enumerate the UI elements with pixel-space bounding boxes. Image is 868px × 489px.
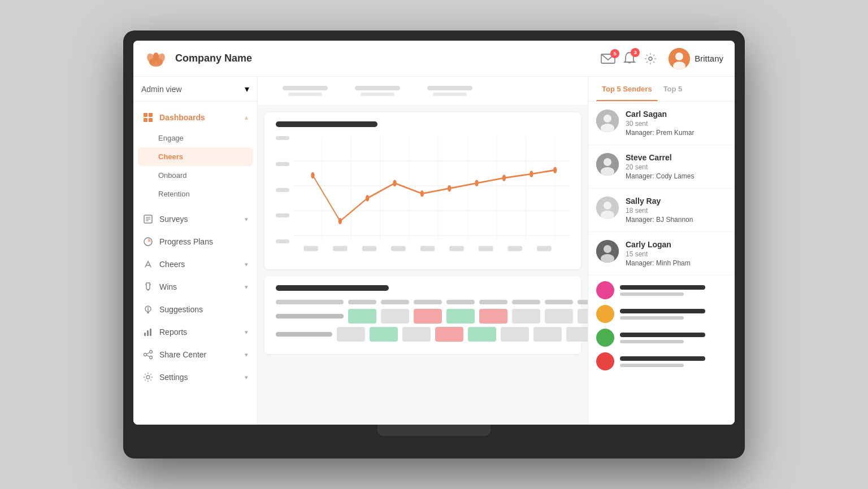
row1-cell-2 (381, 309, 409, 324)
manager-name-4: Minh Pham (656, 259, 691, 267)
partial-line-bottom-1 (620, 292, 684, 296)
tab-top5[interactable]: Top 5 (658, 77, 688, 101)
dashboards-submenu: Engage Cheers Onboard Retention (133, 129, 257, 203)
wins-label: Wins (159, 282, 177, 291)
line-chart-svg (293, 136, 570, 260)
svg-point-69 (604, 115, 611, 123)
manager-label-3: Manager: (626, 216, 654, 224)
y-label-3 (276, 188, 289, 192)
settings-chevron-icon: ▾ (245, 374, 248, 381)
row2-cell-8 (566, 327, 588, 342)
bell-icon-button[interactable]: 3 (623, 51, 636, 66)
tab3-bar-bottom (433, 93, 467, 96)
company-name: Company Name (175, 53, 601, 64)
row1-cell-6 (512, 309, 540, 324)
cheers-chevron-icon: ▾ (245, 261, 248, 268)
manager-name-3: BJ Shannon (656, 216, 693, 224)
svg-rect-53 (420, 246, 435, 251)
mail-badge: 5 (610, 49, 619, 58)
svg-rect-54 (449, 246, 464, 251)
line-chart-container (276, 136, 570, 260)
chart-tab-3[interactable] (414, 77, 486, 105)
col-header-3 (381, 300, 409, 304)
sender-manager-2: Manager: Cody Lames (626, 172, 727, 180)
topbar: Company Name 5 3 (133, 41, 735, 77)
y-label-5 (276, 136, 289, 140)
sidebar-item-suggestions[interactable]: Suggestions (133, 298, 257, 321)
row1-cell-4 (446, 309, 475, 324)
sender-avatar-2 (596, 153, 619, 176)
row2-cell-6 (501, 327, 529, 342)
col-header-1 (276, 300, 344, 304)
sidebar-item-cheers-main[interactable]: Cheers ▾ (133, 253, 257, 276)
view-dropdown[interactable]: Admin view ▾ (133, 77, 257, 102)
sidebar-item-engage[interactable]: Engage (133, 129, 257, 147)
table-row-1 (276, 309, 570, 324)
sidebar-item-dashboards[interactable]: Dashboards ▴ (133, 106, 257, 129)
sender-manager-4: Manager: Minh Pham (626, 259, 727, 267)
sender-info-4: Carly Logan 15 sent Manager: Minh Pham (626, 240, 727, 267)
partial-line-bottom-3 (620, 340, 684, 343)
mail-icon-button[interactable]: 5 (601, 53, 615, 65)
svg-rect-51 (362, 246, 377, 251)
laptop-frame: Company Name 5 3 (123, 30, 745, 459)
row1-cell-8 (578, 309, 588, 324)
partial-line-top-4 (620, 356, 705, 361)
partial-line-top-3 (620, 333, 705, 337)
share-center-chevron-icon: ▾ (245, 351, 248, 359)
panel-tabs: Top 5 Senders Top 5 (588, 77, 735, 102)
sender-avatar-4 (596, 240, 619, 263)
svg-line-33 (146, 352, 149, 354)
sender-item-4: Carly Logan 15 sent Manager: Minh Pham (588, 232, 735, 276)
sidebar-item-progress-plans[interactable]: Progress Plans (133, 230, 257, 253)
cheers-main-label: Cheers (159, 260, 185, 269)
col-header-4 (414, 300, 442, 304)
tab2-bar-top (355, 86, 400, 90)
svg-point-72 (604, 158, 611, 166)
table-row-2 (276, 327, 570, 342)
row2-cell-5 (468, 327, 496, 342)
sidebar-item-settings[interactable]: Settings ▾ (133, 366, 257, 388)
row2-label (276, 332, 332, 337)
svg-point-60 (366, 195, 369, 202)
reports-icon (142, 326, 154, 338)
laptop-stand (377, 425, 491, 436)
sidebar-item-share-center[interactable]: Share Center ▾ (133, 343, 257, 366)
chart-tabs-bar (258, 77, 588, 106)
row2-cell-2 (370, 327, 398, 342)
sidebar-item-onboard[interactable]: Onboard (133, 166, 257, 185)
svg-rect-50 (333, 246, 348, 251)
col-header-7 (512, 300, 540, 304)
sidebar-item-surveys[interactable]: Surveys ▾ (133, 208, 257, 230)
svg-point-61 (393, 180, 396, 187)
svg-rect-49 (303, 246, 318, 251)
partial-avatar-1 (596, 281, 614, 299)
row1-cell-5 (479, 309, 507, 324)
sidebar-item-reports[interactable]: Reports ▾ (133, 321, 257, 343)
partial-row-2 (596, 305, 727, 323)
suggestions-label: Suggestions (159, 305, 203, 314)
sidebar-item-retention[interactable]: Retention (133, 185, 257, 203)
svg-point-35 (146, 376, 150, 379)
y-label-2 (276, 213, 289, 217)
sender-item-2: Steve Carrel 20 sent Manager: Cody Lames (588, 145, 735, 189)
sidebar-item-cheers[interactable]: Cheers (138, 147, 253, 166)
chart-tab-1[interactable] (269, 77, 341, 105)
partial-lines-4 (620, 356, 727, 367)
chart-tab-2[interactable] (341, 77, 414, 105)
svg-rect-56 (507, 246, 522, 251)
sidebar-section-dashboards: Dashboards ▴ Engage Cheers Onboard Reten… (133, 102, 257, 208)
settings-icon-button[interactable] (644, 52, 657, 66)
svg-point-30 (150, 351, 153, 353)
y-label-4 (276, 162, 289, 166)
svg-point-63 (448, 185, 451, 192)
sender-sent-2: 20 sent (626, 163, 727, 171)
col-header-9 (578, 300, 588, 304)
topbar-icons: 5 3 (601, 48, 723, 69)
user-menu[interactable]: Brittany (669, 48, 723, 69)
tab-top5-senders[interactable]: Top 5 Senders (596, 77, 658, 101)
partial-line-bottom-4 (620, 364, 684, 367)
surveys-label: Surveys (159, 215, 188, 224)
svg-rect-12 (149, 118, 153, 122)
sidebar-item-wins[interactable]: Wins ▾ (133, 276, 257, 298)
